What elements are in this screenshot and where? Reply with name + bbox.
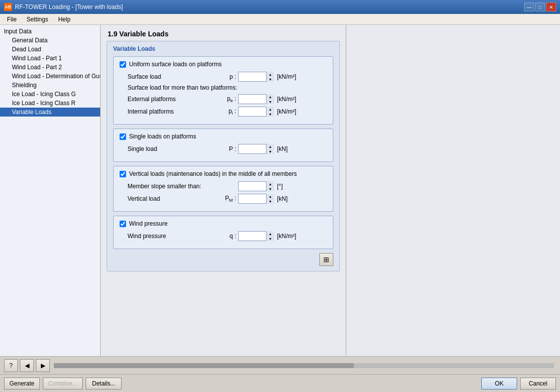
checkbox-single-loads[interactable] bbox=[120, 133, 126, 140]
menu-settings[interactable]: Settings bbox=[21, 15, 53, 24]
label-surface-load: Surface load bbox=[128, 73, 222, 80]
row-surface-load: Surface load p : 2.000 ▲ ▼ [kN/m²] bbox=[120, 72, 327, 82]
group-uniform-header: Uniform surface loads on platforms bbox=[120, 61, 327, 68]
symbol-single-load: P : bbox=[222, 145, 236, 152]
close-button[interactable]: ✕ bbox=[546, 2, 556, 11]
next-icon-btn[interactable]: ▶ bbox=[36, 359, 50, 372]
label-wind-pressure-value: Wind pressure bbox=[128, 233, 222, 240]
symbol-wind-pressure: q : bbox=[222, 233, 236, 240]
unit-external: [kN/m²] bbox=[277, 96, 296, 103]
scrollbar-thumb bbox=[54, 363, 354, 368]
menu-help[interactable]: Help bbox=[53, 15, 76, 24]
checkbox-vertical-loads[interactable] bbox=[120, 171, 126, 177]
row-external-platforms: External platforms pe : 1.000 ▲ ▼ [kN/m²… bbox=[120, 94, 327, 104]
label-uniform-surface[interactable]: Uniform surface loads on platforms bbox=[129, 61, 222, 68]
spin-vertical: ▲ ▼ bbox=[266, 194, 274, 204]
sidebar-item-input-data[interactable]: Input Data bbox=[0, 27, 100, 36]
spin-down-vertical[interactable]: ▼ bbox=[267, 199, 274, 204]
checkbox-uniform-surface[interactable] bbox=[120, 61, 126, 68]
generate-button[interactable]: Generate bbox=[4, 378, 40, 390]
sidebar-item-shielding[interactable]: Shielding bbox=[0, 81, 100, 90]
spin-external: ▲ ▼ bbox=[266, 94, 274, 104]
scrollbar-track[interactable] bbox=[54, 363, 554, 368]
unit-vertical: [kN] bbox=[277, 195, 287, 202]
sidebar-item-dead-load[interactable]: Dead Load bbox=[0, 45, 100, 54]
row-single-load: Single load P : 3.000 ▲ ▼ [kN] bbox=[120, 144, 327, 154]
label-external-platforms: External platforms bbox=[128, 96, 222, 103]
maximize-button[interactable]: □ bbox=[535, 2, 545, 11]
row-internal-platforms: Internal platforms pi : 0.500 ▲ ▼ [kN/m²… bbox=[120, 107, 327, 117]
sidebar-item-ice-load-g[interactable]: Ice Load - Icing Class G bbox=[0, 90, 100, 99]
content-inner: 1.9 Variable Loads Variable Loads Unifor… bbox=[101, 25, 346, 281]
section-icon-button[interactable]: ⊞ bbox=[319, 253, 333, 266]
spin-down-slope[interactable]: ▼ bbox=[267, 186, 274, 191]
action-bar: Generate Combine... Details... OK Cancel bbox=[0, 374, 560, 392]
prev-icon-btn[interactable]: ◀ bbox=[20, 359, 34, 372]
sidebar-item-general-data[interactable]: General Data bbox=[0, 36, 100, 45]
section-box: Variable Loads Uniform surface loads on … bbox=[107, 41, 340, 271]
row-member-slope: Member slope smaller than: 30.00 ▲ ▼ [°] bbox=[120, 181, 327, 191]
title-bar-controls[interactable]: — □ ✕ bbox=[524, 2, 556, 11]
content-area: 1.9 Variable Loads Variable Loads Unifor… bbox=[101, 25, 346, 356]
symbol-vertical-load: PM : bbox=[222, 195, 236, 203]
input-wrapper-internal: 0.500 ▲ ▼ bbox=[238, 107, 274, 117]
label-internal-platforms: Internal platforms bbox=[128, 108, 222, 115]
main-layout: Input Data General Data Dead Load Wind L… bbox=[0, 25, 560, 356]
help-icon-btn[interactable]: ? bbox=[4, 359, 18, 372]
input-wrapper-vertical: 1.500 ▲ ▼ bbox=[238, 194, 274, 204]
input-wrapper-single: 3.000 ▲ ▼ bbox=[238, 144, 274, 154]
horizontal-scrollbar bbox=[52, 363, 556, 368]
app-icon: AB bbox=[4, 3, 12, 11]
window-title: RF-TOWER Loading - [Tower with loads] bbox=[15, 3, 123, 10]
group-wind-header: Wind pressure bbox=[120, 220, 327, 227]
spin-up-slope[interactable]: ▲ bbox=[267, 181, 274, 186]
unit-internal: [kN/m²] bbox=[277, 108, 296, 115]
cancel-button[interactable]: Cancel bbox=[520, 378, 556, 390]
group-single-loads: Single loads on platforms Single load P … bbox=[113, 129, 333, 162]
unit-surface-load: [kN/m²] bbox=[277, 73, 296, 80]
spin-internal: ▲ ▼ bbox=[266, 107, 274, 117]
sidebar-item-wind-load-1[interactable]: Wind Load - Part 1 bbox=[0, 54, 100, 63]
spin-up-surface-load[interactable]: ▲ bbox=[267, 72, 274, 77]
symbol-internal-platforms: pi : bbox=[222, 108, 236, 116]
sidebar-item-wind-load-gust[interactable]: Wind Load - Determination of Gust bbox=[0, 72, 100, 81]
spin-up-internal[interactable]: ▲ bbox=[267, 107, 274, 112]
sidebar-item-variable-loads[interactable]: Variable Loads bbox=[0, 108, 100, 117]
spin-down-surface-load[interactable]: ▼ bbox=[267, 77, 274, 82]
combine-button[interactable]: Combine... bbox=[43, 378, 83, 390]
spin-single: ▲ ▼ bbox=[266, 144, 274, 154]
label-single-loads[interactable]: Single loads on platforms bbox=[129, 133, 196, 140]
spin-down-wind[interactable]: ▼ bbox=[267, 236, 274, 241]
spin-down-internal[interactable]: ▼ bbox=[267, 112, 274, 117]
group-vertical-loads: Vertical loads (maintenance loads) in th… bbox=[113, 166, 333, 212]
symbol-surface-load: p : bbox=[222, 73, 236, 80]
sub-label-more-platforms: Surface load for more than two platforms… bbox=[120, 84, 327, 91]
input-wrapper-wind: 0.300 ▲ ▼ bbox=[238, 231, 274, 241]
details-button[interactable]: Details... bbox=[86, 378, 122, 390]
spin-down-single[interactable]: ▼ bbox=[267, 149, 274, 154]
spin-up-wind[interactable]: ▲ bbox=[267, 231, 274, 236]
input-wrapper-slope: 30.00 ▲ ▼ bbox=[238, 181, 274, 191]
label-wind-pressure[interactable]: Wind pressure bbox=[129, 220, 167, 227]
spin-down-external[interactable]: ▼ bbox=[267, 99, 274, 104]
sidebar-item-ice-load-r[interactable]: Ice Load - Icing Class R bbox=[0, 99, 100, 108]
minimize-button[interactable]: — bbox=[524, 2, 534, 11]
menu-file[interactable]: File bbox=[2, 15, 21, 24]
menu-bar: File Settings Help bbox=[0, 14, 560, 25]
spin-up-single[interactable]: ▲ bbox=[267, 144, 274, 149]
unit-slope: [°] bbox=[277, 183, 282, 190]
ok-button[interactable]: OK bbox=[481, 378, 517, 390]
label-vertical-loads[interactable]: Vertical loads (maintenance loads) in th… bbox=[129, 170, 297, 177]
sidebar-item-wind-load-2[interactable]: Wind Load - Part 2 bbox=[0, 63, 100, 72]
group-uniform-surface: Uniform surface loads on platforms Surfa… bbox=[113, 56, 333, 125]
checkbox-wind-pressure[interactable] bbox=[120, 221, 126, 227]
right-panel bbox=[346, 25, 560, 356]
spin-wind: ▲ ▼ bbox=[266, 231, 274, 241]
unit-wind: [kN/m²] bbox=[277, 233, 296, 240]
sidebar: Input Data General Data Dead Load Wind L… bbox=[0, 25, 101, 356]
spin-up-vertical[interactable]: ▲ bbox=[267, 194, 274, 199]
spin-up-external[interactable]: ▲ bbox=[267, 94, 274, 99]
section-title: Variable Loads bbox=[113, 45, 333, 52]
label-vertical-load: Vertical load bbox=[128, 195, 222, 202]
group-wind-pressure: Wind pressure Wind pressure q : 0.300 ▲ … bbox=[113, 216, 333, 249]
